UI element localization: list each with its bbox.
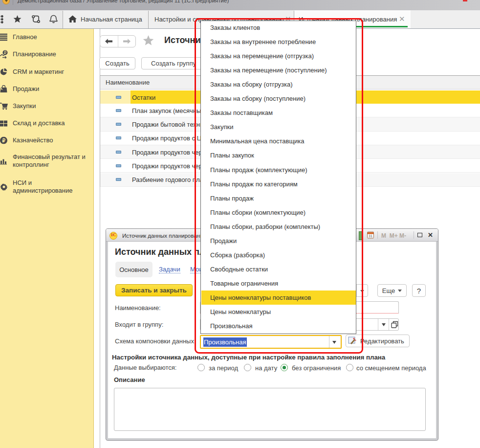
svg-text:₽: ₽ xyxy=(2,138,6,143)
svg-text:31: 31 xyxy=(369,234,372,238)
